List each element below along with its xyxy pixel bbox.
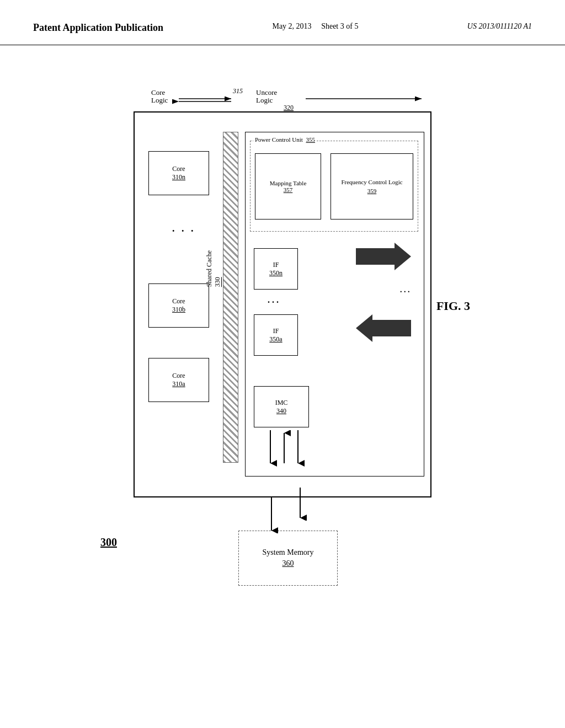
publication-number: US 2013/0111120 A1: [467, 22, 532, 31]
if-n-box: IF 350n: [254, 248, 298, 290]
system-memory-area: System Memory 360: [227, 531, 349, 586]
pcu-box: Power Control Unit 355 Mapping Table 357…: [250, 141, 418, 232]
core-n-box: Core 310n: [148, 151, 209, 195]
sheet-info: Sheet 3 of 5: [321, 22, 358, 30]
shared-cache-label: Shared Cache 330: [205, 250, 222, 287]
svg-text:Logic: Logic: [151, 96, 168, 104]
core-b-box: Core 310b: [148, 283, 209, 328]
svg-text:. . .: . . .: [400, 286, 410, 294]
diagram-area: FIG. 3 300 Core Logic 315 Uncore Logic: [89, 67, 476, 646]
header-center: May 2, 2013 Sheet 3 of 5: [272, 22, 358, 31]
figure-label: FIG. 3: [436, 299, 470, 313]
svg-text:315: 315: [232, 87, 243, 95]
system-memory-box: System Memory 360: [238, 531, 338, 586]
svg-marker-14: [356, 243, 411, 270]
if-dots: . . .: [268, 295, 279, 305]
if-a-box: IF 350a: [254, 314, 298, 356]
svg-marker-15: [356, 314, 411, 342]
imc-box: IMC 340: [254, 386, 309, 427]
shared-cache-bar: [223, 132, 238, 463]
core-dots: . . .: [172, 223, 196, 234]
page-header: Patent Application Publication May 2, 20…: [0, 0, 565, 45]
memory-connect-arrow: [260, 497, 282, 533]
svg-text:Core: Core: [151, 88, 166, 97]
mapping-table-box: Mapping Table 357: [255, 153, 321, 220]
chip-outer-box: Core Logic 315 Uncore Logic 320: [134, 111, 431, 497]
fcl-box: Frequency Control Logic 359: [331, 153, 413, 220]
publication-date: May 2, 2013: [272, 22, 311, 30]
svg-text:320: 320: [284, 104, 294, 111]
page-content: FIG. 3 300 Core Logic 315 Uncore Logic: [0, 45, 565, 668]
publication-title: Patent Application Publication: [33, 22, 163, 34]
svg-text:Logic: Logic: [256, 96, 273, 104]
imc-down-arrows-svg: [254, 430, 315, 474]
pcu-label: Power Control Unit 355: [253, 136, 317, 143]
if-arrows-svg: . . .: [356, 243, 422, 364]
header-arrows-svg: Core Logic 315 Uncore Logic 320: [135, 85, 433, 115]
svg-text:Uncore: Uncore: [256, 88, 277, 97]
core-a-box: Core 310a: [148, 358, 209, 402]
uncore-inner-box: Power Control Unit 355 Mapping Table 357…: [245, 132, 424, 477]
